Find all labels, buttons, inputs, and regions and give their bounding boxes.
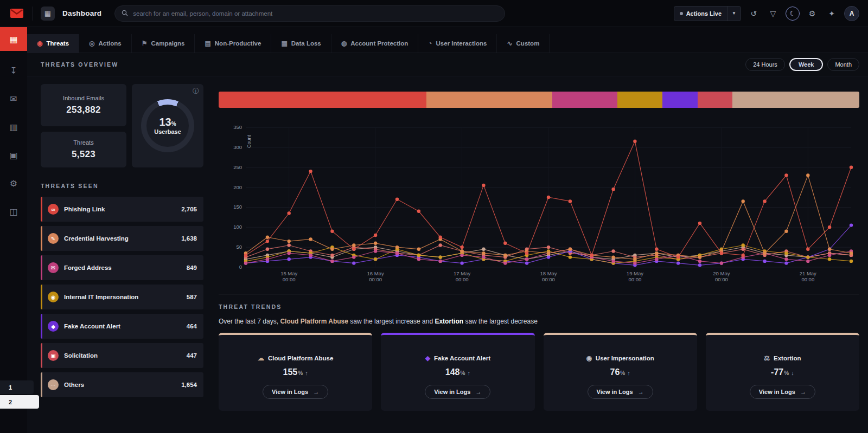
- actions-live-control[interactable]: Actions Live ▼: [674, 6, 741, 21]
- userbase-donut: 13% Userbase: [141, 99, 194, 152]
- tab-account-protection[interactable]: ◍Account Protection: [331, 34, 419, 53]
- threat-row[interactable]: ✎ Credential Harvesting 1,638: [41, 226, 203, 251]
- sidebar-item-downloads[interactable]: ↧: [0, 59, 27, 82]
- page-marker-1[interactable]: 1: [0, 380, 34, 394]
- trend-value: -77 % ↓: [771, 367, 794, 377]
- people-icon: ◉: [586, 354, 591, 362]
- filter-icon[interactable]: ▽: [766, 7, 780, 21]
- tab-label: User Interactions: [436, 40, 487, 47]
- cloud-icon: ☁: [258, 354, 264, 362]
- trend-value: 148 % ↑: [445, 367, 470, 377]
- sparkle-icon[interactable]: ✦: [825, 7, 839, 21]
- left-column: Inbound Emails 253,882 ⓘ 13% Userbase: [41, 84, 203, 433]
- threat-row[interactable]: ◆ Fake Account Alert 464: [41, 314, 203, 339]
- threat-count: 447: [187, 352, 197, 359]
- arrow-right-icon: →: [475, 389, 481, 395]
- tab-actions[interactable]: ◎Actions: [79, 34, 132, 53]
- threat-row[interactable]: ⋯ Others 1,654: [41, 372, 203, 397]
- sidebar-item-media[interactable]: ▣: [0, 143, 27, 167]
- trend-cards: ☁ Cloud Platform Abuse 155 % ↑ View in L…: [219, 333, 859, 411]
- arrow-down-icon: ↓: [791, 370, 794, 376]
- threat-row[interactable]: ✉ Forged Address 849: [41, 255, 203, 280]
- section-title: THREATS SEEN: [41, 183, 99, 189]
- threat-count: 464: [187, 323, 197, 329]
- distribution-segment: [698, 92, 732, 108]
- history-icon[interactable]: ↺: [746, 7, 761, 21]
- sidebar: ▦ ↧ ✉ ▥ ▣ ⚙ ◫: [0, 27, 27, 433]
- range-24-hours-button[interactable]: 24 Hours: [745, 58, 785, 71]
- svg-text:350: 350: [233, 124, 242, 130]
- trend-value: 76 % ↑: [610, 367, 630, 377]
- tab-user-interactions[interactable]: ◔User Interactions: [418, 34, 497, 53]
- search-bar[interactable]: [114, 5, 505, 22]
- svg-text:15 May: 15 May: [280, 270, 297, 276]
- range-month-button[interactable]: Month: [827, 58, 859, 71]
- threat-label: Solicitation: [64, 352, 187, 359]
- info-icon[interactable]: ⓘ: [193, 87, 199, 96]
- svg-text:00:00: 00:00: [801, 276, 814, 282]
- sidebar-item-organization[interactable]: ▥: [0, 115, 27, 139]
- dark-mode-moon-icon[interactable]: ☾: [786, 7, 800, 21]
- brand-logo-icon[interactable]: [9, 9, 25, 18]
- svg-text:00:00: 00:00: [715, 276, 728, 282]
- distribution-segment: [219, 92, 426, 108]
- threats-value: 5,523: [72, 149, 95, 160]
- arrow-right-icon: →: [800, 389, 806, 395]
- threats-seen-list: ∞ Phishing Link 2,705 ✎ Credential Harve…: [41, 197, 203, 397]
- svg-text:00:00: 00:00: [369, 276, 382, 282]
- tab-threats[interactable]: ◉Threats: [27, 34, 79, 53]
- sidebar-item-services[interactable]: ⚙: [0, 171, 27, 195]
- threat-row[interactable]: ◉ Internal IT Impersonation 587: [41, 285, 203, 309]
- view-in-logs-button[interactable]: View in Logs →: [263, 385, 328, 399]
- threat-count: 1,654: [181, 382, 197, 388]
- view-in-logs-button[interactable]: View in Logs →: [588, 385, 653, 399]
- section-title: THREAT TRENDS: [219, 303, 282, 310]
- trend-card: ☁ Cloud Platform Abuse 155 % ↑ View in L…: [219, 333, 372, 411]
- tab-label: Custom: [516, 40, 540, 47]
- threat-row[interactable]: ∞ Phishing Link 2,705: [41, 197, 203, 222]
- tab-non-productive[interactable]: ▤Non-Productive: [195, 34, 271, 53]
- svg-text:21 May: 21 May: [800, 270, 816, 276]
- topbar-actions: Actions Live ▼ ↺ ▽ ☾ ⚙ ✦ A: [674, 6, 859, 21]
- target-icon: ◎: [89, 40, 94, 47]
- caret-down-icon[interactable]: ▼: [727, 7, 741, 21]
- inbound-emails-value: 253,882: [66, 105, 101, 115]
- sidebar-item-cases[interactable]: ◫: [0, 199, 27, 223]
- settings-gear-icon[interactable]: ⚙: [805, 7, 819, 21]
- flag-icon: ⚑: [142, 40, 148, 47]
- download-icon: ↧: [10, 66, 17, 76]
- inbound-emails-card: Inbound Emails 253,882: [41, 84, 126, 126]
- trend-label: User Impersonation: [596, 355, 654, 361]
- threats-line-chart: 05010015020025030035015 May00:0016 May00…: [219, 120, 859, 290]
- distribution-segment: [732, 92, 859, 108]
- view-in-logs-button[interactable]: View in Logs →: [750, 385, 815, 399]
- arrow-up-icon: ↑: [627, 370, 630, 376]
- svg-text:00:00: 00:00: [629, 276, 642, 282]
- page-title: Dashboard: [62, 9, 101, 17]
- main-area: ◉Threats ◎Actions ⚑Campaigns ▤Non-Produc…: [27, 27, 868, 433]
- tab-custom[interactable]: ∿Custom: [497, 34, 550, 53]
- tab-data-loss[interactable]: ▦Data Loss: [271, 34, 331, 53]
- trend-percent: -77: [771, 367, 783, 377]
- search-input[interactable]: [133, 10, 498, 17]
- distribution-segment: [552, 92, 617, 108]
- percent-sign: %: [784, 370, 789, 376]
- summary-text: saw the largest increase and: [350, 318, 433, 325]
- services-gear-icon: ⚙: [10, 178, 17, 189]
- image-mail-icon: ▣: [9, 150, 17, 160]
- tab-campaigns[interactable]: ⚑Campaigns: [132, 34, 195, 53]
- view-in-logs-button[interactable]: View in Logs →: [425, 385, 490, 399]
- range-week-button[interactable]: Week: [789, 58, 824, 71]
- threats-seen-header: THREATS SEEN: [41, 167, 203, 197]
- sidebar-item-mail[interactable]: ✉: [0, 87, 27, 111]
- svg-text:20 May: 20 May: [713, 270, 730, 276]
- threat-row[interactable]: ▣ Solicitation 447: [41, 343, 203, 368]
- svg-text:150: 150: [233, 204, 242, 210]
- summary-stats: Inbound Emails 253,882 ⓘ 13% Userbase: [41, 84, 203, 167]
- sidebar-item-dashboard[interactable]: ▦: [0, 27, 27, 51]
- user-avatar[interactable]: A: [844, 6, 859, 21]
- trend-percent: 148: [445, 367, 460, 377]
- userbase-donut-card: ⓘ 13% Userbase: [132, 84, 203, 167]
- people-icon: ◉: [48, 292, 59, 302]
- page-marker-2[interactable]: 2: [0, 395, 39, 409]
